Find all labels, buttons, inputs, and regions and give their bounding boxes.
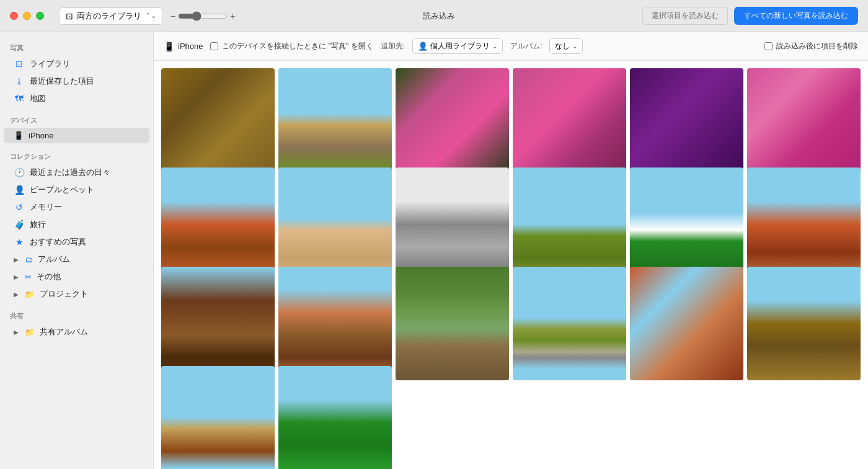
map-icon: 🗺: [14, 93, 25, 104]
sidebar-label-people-pets: ピープルとペット: [30, 184, 94, 195]
projects-icon: 📁: [25, 290, 35, 299]
album-dropdown[interactable]: なし ⌄: [549, 38, 583, 54]
device-name-label: iPhone: [178, 42, 203, 51]
sidebar-label-recents: 最近保存した項目: [30, 76, 94, 87]
title-bar-controls: ⊡ 両方のライブラリ ⌃⌄ − +: [59, 7, 235, 25]
auto-open-label[interactable]: このデバイスを接続したときに "写真" を開く: [210, 41, 373, 51]
photo-item[interactable]: [396, 267, 509, 380]
auto-open-checkbox[interactable]: [210, 42, 218, 50]
photo-item[interactable]: [630, 68, 743, 182]
window-title: 読み込み: [235, 11, 642, 22]
section-title-device: デバイス: [0, 112, 153, 128]
minimize-button[interactable]: [23, 12, 31, 20]
sidebar-label-other: その他: [37, 271, 61, 282]
sidebar-item-albums[interactable]: ▶ 🗂 アルバム: [4, 251, 149, 268]
sidebar-item-travel[interactable]: 🧳 旅行: [4, 216, 149, 233]
zoom-minus[interactable]: −: [170, 11, 175, 21]
people-icon: 👤: [14, 184, 25, 195]
save-icon: ⤓: [14, 76, 25, 87]
status-label: 読み込み: [423, 11, 455, 20]
photo-item[interactable]: [161, 68, 275, 182]
title-bar-right: 選択項目を読み込む すべての新しい写真を読み込む: [642, 7, 858, 25]
other-icon: ✂: [25, 272, 32, 282]
sidebar-item-recent-days[interactable]: 🕐 最近または過去の日々: [4, 164, 149, 181]
section-title-shared: 共有: [0, 308, 153, 323]
sidebar-label-map: 地図: [30, 93, 46, 104]
sidebar-item-memories[interactable]: ↺ メモリー: [4, 199, 149, 216]
device-name-area: 📱 iPhone: [164, 42, 203, 51]
album-dropdown-arrow-icon: ⌄: [572, 43, 577, 50]
chevron-right-icon-3: ▶: [14, 291, 19, 298]
phone-small-icon: 📱: [164, 42, 174, 51]
album-icon: 🗂: [25, 255, 33, 264]
library-dropdown[interactable]: 👤 個人用ライブラリ ⌄: [412, 38, 503, 54]
sidebar-label-shared-albums: 共有アルバム: [40, 326, 88, 337]
delete-after-label[interactable]: 読み込み後に項目を削除: [764, 41, 858, 51]
sidebar-label-featured: おすすめの写真: [30, 236, 86, 248]
photo-item[interactable]: [513, 168, 626, 281]
photo-item[interactable]: [747, 168, 861, 281]
sidebar-label-albums: アルバム: [38, 254, 70, 265]
person-icon: 👤: [418, 42, 428, 51]
photo-item[interactable]: [396, 168, 509, 281]
zoom-button[interactable]: [36, 12, 44, 20]
select-import-button[interactable]: 選択項目を読み込む: [642, 7, 728, 25]
import-all-button[interactable]: すべての新しい写真を読み込む: [734, 7, 858, 25]
library-icon: ⊡: [66, 11, 73, 21]
photo-item[interactable]: [630, 168, 743, 281]
sidebar-label-iphone: iPhone: [29, 131, 53, 140]
sidebar-label-projects: プロジェクト: [40, 288, 88, 300]
sidebar-item-iphone[interactable]: 📱 iPhone: [4, 128, 149, 143]
photo-item[interactable]: [161, 267, 275, 380]
sidebar-item-recents[interactable]: ⤓ 最近保存した項目: [4, 73, 149, 90]
delete-after-checkbox[interactable]: [764, 42, 773, 50]
close-button[interactable]: [10, 12, 18, 20]
sidebar-item-projects[interactable]: ▶ 📁 プロジェクト: [4, 285, 149, 303]
library-selector-label: 両方のライブラリ: [77, 11, 141, 22]
chevron-up-down-icon: ⌃⌄: [145, 12, 156, 20]
sidebar-item-people-pets[interactable]: 👤 ピープルとペット: [4, 181, 149, 199]
photo-item[interactable]: [747, 267, 861, 380]
main-content: 📱 iPhone このデバイスを接続したときに "写真" を開く 追加先: 👤 …: [154, 32, 868, 469]
sidebar-label-memories: メモリー: [30, 202, 62, 213]
photo-item[interactable]: [278, 168, 392, 281]
sidebar-item-other[interactable]: ▶ ✂ その他: [4, 268, 149, 285]
photo-item[interactable]: [396, 68, 509, 182]
photo-item[interactable]: [161, 366, 275, 469]
import-toolbar: 📱 iPhone このデバイスを接続したときに "写真" を開く 追加先: 👤 …: [154, 32, 868, 61]
memories-icon: ↺: [14, 202, 25, 213]
add-to-label: 追加先:: [381, 41, 405, 51]
album-value-label: なし: [555, 41, 570, 51]
zoom-plus[interactable]: +: [230, 11, 235, 21]
chevron-right-icon: ▶: [14, 256, 19, 263]
iphone-icon: 📱: [14, 131, 24, 140]
traffic-lights: [10, 12, 44, 20]
photo-item[interactable]: [278, 267, 392, 380]
dropdown-arrow-icon: ⌄: [492, 43, 497, 50]
sidebar-item-map[interactable]: 🗺 地図: [4, 90, 149, 107]
zoom-slider[interactable]: [178, 11, 228, 21]
sidebar-item-shared-albums[interactable]: ▶ 📁 共有アルバム: [4, 323, 149, 341]
sidebar-label-travel: 旅行: [30, 219, 46, 230]
sidebar-label-library: ライブラリ: [30, 58, 70, 69]
sidebar-label-recent-days: 最近または過去の日々: [30, 167, 110, 178]
travel-icon: 🧳: [14, 219, 25, 230]
photo-item[interactable]: [278, 68, 392, 182]
delete-after-text: 読み込み後に項目を削除: [776, 41, 858, 51]
section-title-photos: 写真: [0, 40, 153, 55]
photo-item[interactable]: [513, 68, 626, 182]
photo-grid: [154, 61, 868, 469]
zoom-slider-container: − +: [170, 11, 235, 21]
photo-item[interactable]: [513, 267, 626, 380]
sidebar: 写真 ⊡ ライブラリ ⤓ 最近保存した項目 🗺 地図 デバイス 📱 iPhone…: [0, 32, 154, 469]
photo-item[interactable]: [278, 366, 392, 469]
library-dropdown-label: 個人用ライブラリ: [430, 41, 490, 51]
photo-item[interactable]: [161, 168, 275, 281]
library-selector[interactable]: ⊡ 両方のライブラリ ⌃⌄: [59, 7, 163, 25]
sidebar-item-library[interactable]: ⊡ ライブラリ: [4, 55, 149, 73]
photo-item[interactable]: [630, 267, 743, 380]
photo-item[interactable]: [747, 68, 861, 182]
chevron-right-icon-2: ▶: [14, 274, 19, 280]
sidebar-item-featured[interactable]: ★ おすすめの写真: [4, 233, 149, 251]
library-icon: ⊡: [14, 58, 25, 69]
